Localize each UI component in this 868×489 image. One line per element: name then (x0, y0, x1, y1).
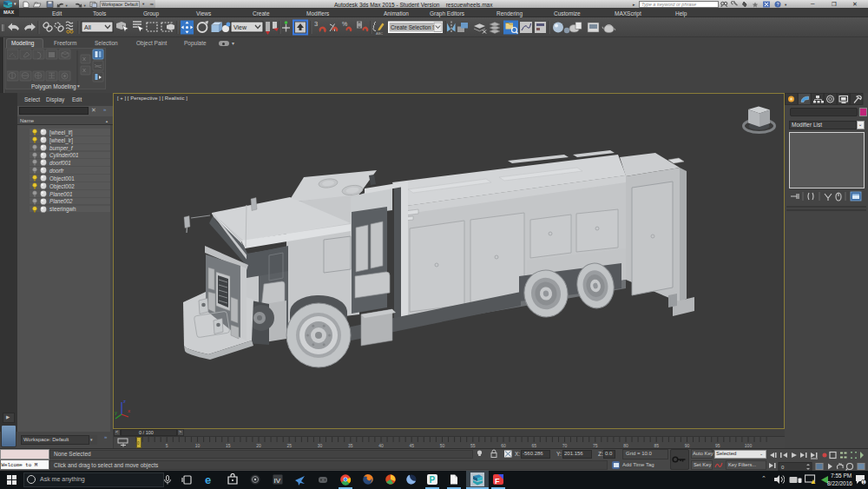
svg-text:e: e (205, 473, 211, 486)
svg-text:View: View (233, 24, 247, 30)
svg-text:P: P (430, 475, 436, 485)
svg-text:IV: IV (274, 477, 281, 485)
svg-text:x: x (128, 408, 130, 413)
svg-text:y: y (115, 410, 117, 415)
svg-text:▾: ▾ (785, 3, 787, 7)
svg-text:z: z (123, 399, 126, 404)
svg-text:%: % (342, 21, 347, 27)
svg-text:F: F (495, 477, 500, 486)
svg-text:?: ? (777, 2, 779, 7)
svg-text:3: 3 (314, 20, 318, 28)
svg-text:ABC: ABC (376, 31, 383, 36)
svg-text:All: All (84, 24, 91, 30)
svg-text:▾: ▾ (84, 3, 87, 7)
svg-text:▾: ▾ (66, 3, 69, 7)
svg-text:!: ! (814, 480, 815, 485)
svg-text:Create Selection Se: Create Selection Se (391, 24, 440, 30)
